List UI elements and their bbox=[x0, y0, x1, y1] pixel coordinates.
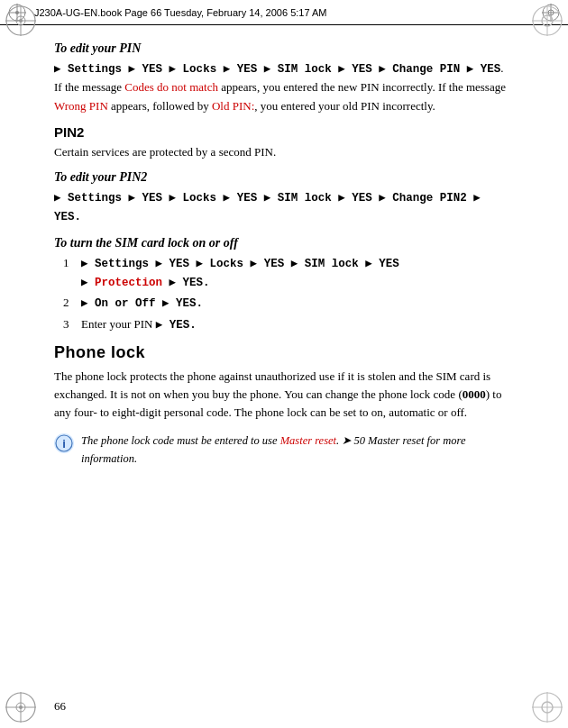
list-content-1: ▶ Settings ▶ YES ▶ Locks ▶ YES ▶ SIM loc… bbox=[81, 254, 514, 293]
list-num-3: 3 bbox=[63, 315, 76, 334]
header-text: J230A-UG-EN.book Page 66 Tuesday, Februa… bbox=[34, 7, 326, 18]
edit-pin-section: To edit your PIN ▶ Settings ▶ YES ▶ Lock… bbox=[54, 41, 514, 115]
note-box: i The phone lock code must be entered to… bbox=[54, 432, 514, 468]
pin2-heading: PIN2 bbox=[54, 124, 514, 140]
corner-decoration-bottom-right bbox=[530, 690, 564, 724]
svg-point-12 bbox=[19, 19, 23, 23]
svg-point-21 bbox=[19, 705, 23, 709]
edit-pin-title: To edit your PIN bbox=[54, 41, 514, 56]
corner-decoration-bottom-left bbox=[4, 690, 38, 724]
note-italic-text: The phone lock code must be entered to u… bbox=[81, 434, 280, 447]
list-item-1: 1 ▶ Settings ▶ YES ▶ Locks ▶ YES ▶ SIM l… bbox=[63, 254, 514, 293]
list-num-2: 2 bbox=[63, 294, 76, 313]
pin2-body: Certain services are protected by a seco… bbox=[54, 143, 514, 161]
edit-pin-body: ▶ Settings ▶ YES ▶ Locks ▶ YES ▶ SIM loc… bbox=[54, 59, 514, 115]
wrong-pin-text: Wrong PIN bbox=[54, 99, 108, 113]
note-icon: i bbox=[54, 433, 74, 453]
corner-decoration-top-right bbox=[530, 4, 564, 38]
list-content-3: Enter your PIN ▶ YES. bbox=[81, 315, 514, 334]
phone-lock-code: 0000 bbox=[463, 387, 486, 401]
page-content: To edit your PIN ▶ Settings ▶ YES ▶ Lock… bbox=[54, 25, 514, 692]
header-bar: J230A-UG-EN.book Page 66 Tuesday, Februa… bbox=[0, 0, 568, 25]
sim-lock-section: To turn the SIM card lock on or off 1 ▶ … bbox=[54, 236, 514, 335]
edit-pin2-section: To edit your PIN2 ▶ Settings ▶ YES ▶ Loc… bbox=[54, 170, 514, 227]
corner-decoration-top-left bbox=[4, 4, 38, 38]
sim-lock-list: 1 ▶ Settings ▶ YES ▶ Locks ▶ YES ▶ SIM l… bbox=[63, 254, 514, 335]
list-content-2: ▶ On or Off ▶ YES. bbox=[81, 294, 514, 313]
svg-text:i: i bbox=[62, 437, 66, 450]
old-pin-text: Old PIN: bbox=[212, 99, 254, 113]
page-number: 66 bbox=[54, 699, 66, 714]
info-icon: i bbox=[55, 434, 73, 452]
edit-pin2-title: To edit your PIN2 bbox=[54, 170, 514, 185]
master-reset-text: Master reset bbox=[280, 434, 336, 447]
list-num-1: 1 bbox=[63, 254, 76, 293]
note-text: The phone lock code must be entered to u… bbox=[81, 432, 514, 468]
edit-pin2-steps: ▶ Settings ▶ YES ▶ Locks ▶ YES ▶ SIM loc… bbox=[54, 188, 514, 227]
list-item-3: 3 Enter your PIN ▶ YES. bbox=[63, 315, 514, 334]
list-item-2: 2 ▶ On or Off ▶ YES. bbox=[63, 294, 514, 313]
phone-lock-body: The phone lock protects the phone agains… bbox=[54, 368, 514, 422]
sim-lock-title: To turn the SIM card lock on or off bbox=[54, 236, 514, 250]
phone-lock-section: Phone lock The phone lock protects the p… bbox=[54, 343, 514, 468]
edit-pin-steps: ▶ Settings ▶ YES ▶ Locks ▶ YES ▶ SIM loc… bbox=[54, 63, 500, 76]
codes-not-match-text: Codes do not match bbox=[124, 80, 218, 94]
phone-lock-heading: Phone lock bbox=[54, 343, 514, 362]
pin2-section: PIN2 Certain services are protected by a… bbox=[54, 124, 514, 161]
